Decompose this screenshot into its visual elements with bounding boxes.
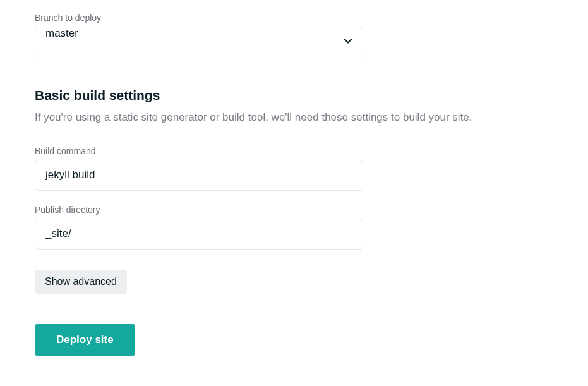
show-advanced-button[interactable]: Show advanced xyxy=(35,270,127,294)
branch-select[interactable]: master xyxy=(35,27,363,57)
deploy-site-button[interactable]: Deploy site xyxy=(35,324,135,356)
branch-to-deploy-group: Branch to deploy master xyxy=(35,13,553,57)
publish-directory-input[interactable] xyxy=(35,219,363,250)
build-command-input[interactable] xyxy=(35,160,363,191)
build-command-group: Build command xyxy=(35,146,553,191)
branch-select-wrapper: master xyxy=(35,27,363,57)
publish-directory-group: Publish directory xyxy=(35,205,553,250)
basic-build-settings-title: Basic build settings xyxy=(35,88,553,103)
branch-to-deploy-label: Branch to deploy xyxy=(35,13,553,23)
build-command-label: Build command xyxy=(35,146,553,156)
basic-build-settings-description: If you're using a static site generator … xyxy=(35,109,553,126)
publish-directory-label: Publish directory xyxy=(35,205,553,215)
